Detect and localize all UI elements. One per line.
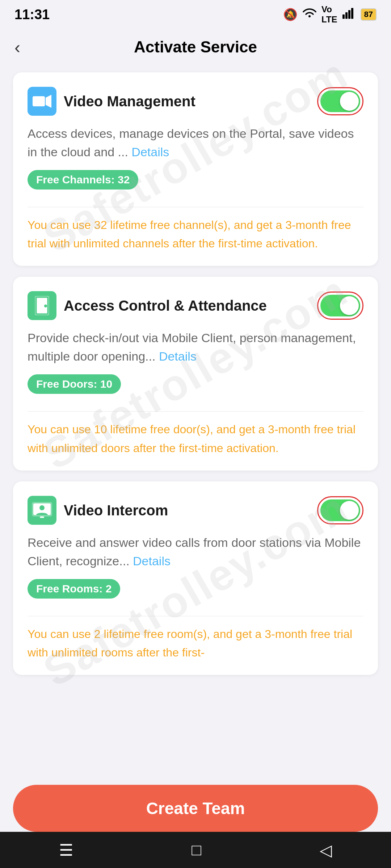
bottom-nav: ☰ □ ◁	[0, 832, 391, 868]
video-intercom-card: Video Intercom Receive and answer video …	[13, 481, 378, 675]
page-title: Activate Service	[134, 38, 257, 56]
mute-icon: 🔕	[283, 8, 298, 21]
video-management-toggle[interactable]	[320, 90, 360, 112]
access-control-card: Access Control & Attendance Provide chec…	[13, 277, 378, 470]
status-icons: 🔕 VoLTE 87	[283, 4, 377, 25]
video-intercom-details-link[interactable]: Details	[133, 554, 171, 568]
svg-marker-5	[46, 95, 51, 108]
video-management-info: You can use 32 lifetime free channel(s),…	[28, 216, 363, 253]
svg-rect-4	[33, 96, 45, 106]
video-intercom-badge: Free Rooms: 2	[28, 579, 120, 599]
divider-3	[28, 616, 363, 616]
video-management-badge: Free Channels: 32	[28, 170, 138, 190]
card-title-row: Video Management	[28, 87, 317, 116]
access-control-toggle-wrapper	[317, 292, 363, 320]
menu-nav-icon[interactable]: ☰	[59, 841, 73, 859]
status-bar: 11:31 🔕 VoLTE 87	[0, 0, 391, 29]
video-intercom-toggle[interactable]	[320, 499, 360, 521]
signal-icon	[342, 7, 356, 22]
volte-icon: VoLTE	[321, 4, 337, 25]
main-content: Video Management Access devices, manage …	[0, 65, 391, 747]
svg-point-9	[44, 305, 47, 307]
access-control-header: Access Control & Attendance	[28, 291, 363, 320]
video-management-details-link[interactable]: Details	[131, 145, 169, 159]
access-control-icon	[28, 291, 56, 320]
svg-point-12	[39, 505, 45, 510]
create-team-button[interactable]: Create Team	[13, 785, 378, 832]
svg-rect-13	[40, 516, 44, 518]
back-button[interactable]: ‹	[14, 37, 20, 57]
header: ‹ Activate Service	[0, 29, 391, 65]
video-management-icon	[28, 87, 56, 116]
create-team-bar: Create Team	[0, 785, 391, 832]
video-intercom-title-row: Video Intercom	[28, 496, 317, 525]
video-management-desc: Access devices, manage devices on the Po…	[28, 124, 363, 161]
access-control-title-row: Access Control & Attendance	[28, 291, 317, 320]
video-management-card: Video Management Access devices, manage …	[13, 72, 378, 266]
video-intercom-title: Video Intercom	[64, 502, 168, 519]
wifi-icon	[303, 7, 316, 22]
access-control-details-link[interactable]: Details	[159, 349, 197, 363]
access-control-desc: Provide check-in/out via Mobile Client, …	[28, 329, 363, 366]
divider-1	[28, 207, 363, 207]
status-time: 11:31	[14, 7, 50, 22]
access-control-title: Access Control & Attendance	[64, 297, 267, 314]
home-nav-icon[interactable]: □	[192, 841, 201, 859]
access-control-toggle[interactable]	[320, 295, 360, 316]
svg-rect-1	[345, 12, 348, 19]
video-management-toggle-wrapper	[317, 87, 363, 115]
back-nav-icon[interactable]: ◁	[320, 841, 332, 859]
video-management-title: Video Management	[64, 93, 196, 110]
battery-icon: 87	[361, 8, 377, 21]
video-intercom-info: You can use 2 lifetime free room(s), and…	[28, 625, 363, 662]
divider-2	[28, 411, 363, 412]
svg-rect-0	[342, 14, 345, 19]
access-control-info: You can use 10 lifetime free door(s), an…	[28, 420, 363, 457]
card-header: Video Management	[28, 87, 363, 116]
video-intercom-header: Video Intercom	[28, 496, 363, 525]
svg-rect-3	[351, 8, 353, 19]
video-intercom-icon	[28, 496, 56, 525]
video-intercom-desc: Receive and answer video calls from door…	[28, 533, 363, 570]
svg-rect-2	[348, 10, 350, 19]
video-intercom-toggle-wrapper	[317, 496, 363, 524]
access-control-badge: Free Doors: 10	[28, 374, 121, 394]
